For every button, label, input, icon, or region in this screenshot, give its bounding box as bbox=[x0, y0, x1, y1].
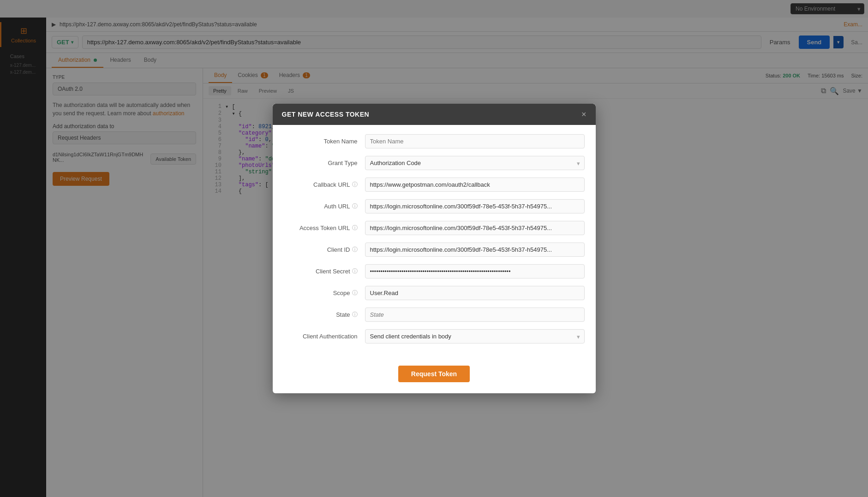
modal-header: GET NEW ACCESS TOKEN × bbox=[273, 104, 596, 125]
grant-type-label: Grant Type bbox=[284, 160, 358, 166]
request-token-button[interactable]: Request Token bbox=[398, 366, 470, 382]
client-secret-info-icon[interactable]: ⓘ bbox=[352, 267, 358, 275]
scope-label-text: Scope bbox=[333, 290, 350, 296]
client-auth-select[interactable]: Send client credentials in body Send as … bbox=[365, 329, 585, 343]
callback-url-input[interactable] bbox=[365, 178, 585, 192]
client-secret-row: Client Secret ⓘ bbox=[284, 264, 585, 278]
state-input[interactable] bbox=[365, 308, 585, 322]
scope-info-icon[interactable]: ⓘ bbox=[352, 289, 358, 297]
modal: GET NEW ACCESS TOKEN × Token Name Grant … bbox=[273, 104, 596, 393]
auth-url-label-text: Auth URL bbox=[324, 203, 350, 210]
state-label-text: State bbox=[336, 311, 350, 318]
access-token-url-label: Access Token URL ⓘ bbox=[284, 224, 358, 232]
scope-input[interactable] bbox=[365, 286, 585, 300]
access-token-url-input[interactable] bbox=[365, 221, 585, 235]
state-label: State ⓘ bbox=[284, 311, 358, 319]
client-secret-label: Client Secret ⓘ bbox=[284, 267, 358, 275]
callback-url-label-text: Callback URL bbox=[313, 181, 350, 188]
modal-overlay[interactable]: GET NEW ACCESS TOKEN × Token Name Grant … bbox=[0, 0, 868, 497]
scope-row: Scope ⓘ bbox=[284, 286, 585, 300]
modal-close-button[interactable]: × bbox=[581, 110, 587, 118]
scope-label: Scope ⓘ bbox=[284, 289, 358, 297]
grant-type-wrapper[interactable]: Authorization Code Implicit Password Cre… bbox=[365, 156, 585, 170]
callback-url-label: Callback URL ⓘ bbox=[284, 181, 358, 189]
auth-url-row: Auth URL ⓘ bbox=[284, 199, 585, 213]
token-name-input[interactable] bbox=[365, 134, 585, 148]
client-secret-input[interactable] bbox=[365, 264, 585, 278]
auth-url-info-icon[interactable]: ⓘ bbox=[352, 202, 358, 210]
auth-url-input[interactable] bbox=[365, 199, 585, 213]
state-info-icon[interactable]: ⓘ bbox=[352, 311, 358, 319]
access-token-url-label-text: Access Token URL bbox=[299, 225, 350, 231]
callback-url-info-icon[interactable]: ⓘ bbox=[352, 181, 358, 189]
grant-type-row: Grant Type Authorization Code Implicit P… bbox=[284, 156, 585, 170]
client-id-info-icon[interactable]: ⓘ bbox=[352, 246, 358, 254]
client-id-label: Client ID ⓘ bbox=[284, 246, 358, 254]
client-id-input[interactable] bbox=[365, 243, 585, 257]
access-token-url-info-icon[interactable]: ⓘ bbox=[352, 224, 358, 232]
modal-footer: Request Token bbox=[273, 362, 596, 393]
client-auth-label: Client Authentication bbox=[284, 333, 358, 340]
auth-url-label: Auth URL ⓘ bbox=[284, 202, 358, 210]
grant-type-select[interactable]: Authorization Code Implicit Password Cre… bbox=[365, 156, 585, 170]
access-token-url-row: Access Token URL ⓘ bbox=[284, 221, 585, 235]
client-secret-label-text: Client Secret bbox=[316, 268, 350, 275]
token-name-label: Token Name bbox=[284, 138, 358, 145]
modal-title: GET NEW ACCESS TOKEN bbox=[282, 111, 370, 118]
client-id-label-text: Client ID bbox=[327, 246, 350, 253]
client-auth-row: Client Authentication Send client creden… bbox=[284, 329, 585, 343]
client-id-row: Client ID ⓘ bbox=[284, 243, 585, 257]
client-auth-wrapper[interactable]: Send client credentials in body Send as … bbox=[365, 329, 585, 343]
state-row: State ⓘ bbox=[284, 308, 585, 322]
token-name-row: Token Name bbox=[284, 134, 585, 148]
modal-body: Token Name Grant Type Authorization Code… bbox=[273, 125, 596, 362]
callback-url-row: Callback URL ⓘ bbox=[284, 178, 585, 192]
